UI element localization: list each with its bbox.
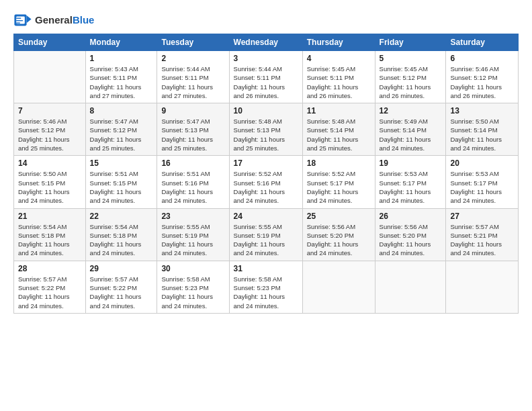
day-info: Sunrise: 5:47 AMSunset: 5:12 PMDaylight:… [90, 117, 153, 152]
calendar-day-cell: 19Sunrise: 5:53 AMSunset: 5:17 PMDayligh… [375, 156, 446, 208]
calendar-day-cell: 1Sunrise: 5:43 AMSunset: 5:11 PMDaylight… [85, 51, 157, 103]
weekday-header-cell: Saturday [446, 34, 519, 51]
day-info: Sunrise: 5:56 AMSunset: 5:20 PMDaylight:… [380, 222, 442, 258]
calendar-table: SundayMondayTuesdayWednesdayThursdayFrid… [13, 34, 519, 314]
day-info: Sunrise: 5:48 AMSunset: 5:14 PMDaylight:… [307, 117, 371, 152]
calendar-week-row: 21Sunrise: 5:54 AMSunset: 5:18 PMDayligh… [14, 208, 519, 261]
day-info: Sunrise: 5:54 AMSunset: 5:18 PMDaylight:… [90, 222, 153, 258]
day-info: Sunrise: 5:52 AMSunset: 5:16 PMDaylight:… [234, 169, 298, 205]
day-info: Sunrise: 5:56 AMSunset: 5:20 PMDaylight:… [307, 222, 371, 258]
day-info: Sunrise: 5:52 AMSunset: 5:17 PMDaylight:… [307, 169, 371, 205]
calendar-day-cell [375, 261, 446, 313]
day-number: 8 [90, 106, 153, 116]
day-number: 2 [161, 54, 224, 63]
calendar-day-cell: 21Sunrise: 5:54 AMSunset: 5:18 PMDayligh… [14, 208, 86, 261]
day-number: 14 [18, 158, 81, 168]
day-number: 21 [18, 212, 81, 221]
calendar-day-cell: 2Sunrise: 5:44 AMSunset: 5:11 PMDaylight… [157, 51, 229, 103]
calendar-day-cell: 26Sunrise: 5:56 AMSunset: 5:20 PMDayligh… [375, 208, 446, 261]
day-info: Sunrise: 5:44 AMSunset: 5:11 PMDaylight:… [161, 64, 224, 100]
calendar-day-cell: 27Sunrise: 5:57 AMSunset: 5:21 PMDayligh… [446, 208, 519, 261]
calendar-day-cell: 6Sunrise: 5:46 AMSunset: 5:12 PMDaylight… [446, 51, 519, 103]
day-number: 25 [307, 212, 371, 221]
page-container: GeneralBlue SundayMondayTuesdayWednesday… [0, 0, 532, 320]
weekday-header-row: SundayMondayTuesdayWednesdayThursdayFrid… [14, 34, 519, 51]
day-info: Sunrise: 5:57 AMSunset: 5:22 PMDaylight:… [90, 275, 153, 310]
day-number: 20 [450, 158, 514, 168]
day-info: Sunrise: 5:43 AMSunset: 5:11 PMDaylight:… [90, 64, 153, 100]
calendar-week-row: 7Sunrise: 5:46 AMSunset: 5:12 PMDaylight… [14, 103, 519, 156]
svg-rect-5 [16, 23, 20, 24]
calendar-day-cell: 8Sunrise: 5:47 AMSunset: 5:12 PMDaylight… [85, 103, 157, 156]
calendar-day-cell: 24Sunrise: 5:55 AMSunset: 5:19 PMDayligh… [229, 208, 302, 261]
day-number: 24 [234, 212, 298, 221]
calendar-day-cell: 28Sunrise: 5:57 AMSunset: 5:22 PMDayligh… [14, 261, 86, 313]
calendar-day-cell: 31Sunrise: 5:58 AMSunset: 5:23 PMDayligh… [229, 261, 302, 313]
calendar-day-cell: 16Sunrise: 5:51 AMSunset: 5:16 PMDayligh… [157, 156, 229, 208]
day-info: Sunrise: 5:50 AMSunset: 5:14 PMDaylight:… [450, 117, 514, 152]
calendar-day-cell: 12Sunrise: 5:49 AMSunset: 5:14 PMDayligh… [375, 103, 446, 156]
day-number: 26 [380, 212, 442, 221]
day-info: Sunrise: 5:48 AMSunset: 5:13 PMDaylight:… [234, 117, 298, 152]
day-info: Sunrise: 5:57 AMSunset: 5:22 PMDaylight:… [18, 275, 81, 310]
calendar-body: 1Sunrise: 5:43 AMSunset: 5:11 PMDaylight… [14, 51, 519, 314]
day-number: 16 [161, 158, 224, 168]
day-number: 30 [161, 264, 224, 273]
day-number: 23 [161, 212, 224, 221]
calendar-day-cell: 11Sunrise: 5:48 AMSunset: 5:14 PMDayligh… [302, 103, 375, 156]
logo: GeneralBlue [13, 11, 94, 30]
calendar-day-cell: 18Sunrise: 5:52 AMSunset: 5:17 PMDayligh… [302, 156, 375, 208]
day-info: Sunrise: 5:50 AMSunset: 5:15 PMDaylight:… [18, 169, 81, 205]
calendar-day-cell: 15Sunrise: 5:51 AMSunset: 5:15 PMDayligh… [85, 156, 157, 208]
day-info: Sunrise: 5:46 AMSunset: 5:12 PMDaylight:… [450, 64, 514, 100]
day-info: Sunrise: 5:58 AMSunset: 5:23 PMDaylight:… [161, 275, 224, 310]
day-number: 28 [18, 264, 81, 273]
day-number: 17 [234, 158, 298, 168]
day-info: Sunrise: 5:49 AMSunset: 5:14 PMDaylight:… [380, 117, 442, 152]
day-info: Sunrise: 5:53 AMSunset: 5:17 PMDaylight:… [450, 169, 514, 205]
day-info: Sunrise: 5:51 AMSunset: 5:15 PMDaylight:… [90, 169, 153, 205]
weekday-header-cell: Friday [375, 34, 446, 51]
calendar-day-cell: 29Sunrise: 5:57 AMSunset: 5:22 PMDayligh… [85, 261, 157, 313]
weekday-header-cell: Sunday [14, 34, 86, 51]
day-info: Sunrise: 5:51 AMSunset: 5:16 PMDaylight:… [161, 169, 224, 205]
day-number: 9 [161, 106, 224, 116]
calendar-day-cell: 22Sunrise: 5:54 AMSunset: 5:18 PMDayligh… [85, 208, 157, 261]
svg-marker-2 [27, 15, 32, 23]
calendar-day-cell [302, 261, 375, 313]
calendar-day-cell: 13Sunrise: 5:50 AMSunset: 5:14 PMDayligh… [446, 103, 519, 156]
day-number: 7 [18, 106, 81, 116]
weekday-header-cell: Monday [85, 34, 157, 51]
day-number: 31 [234, 264, 298, 273]
day-number: 15 [90, 158, 153, 168]
calendar-day-cell: 25Sunrise: 5:56 AMSunset: 5:20 PMDayligh… [302, 208, 375, 261]
header: GeneralBlue [13, 11, 519, 30]
calendar-day-cell: 14Sunrise: 5:50 AMSunset: 5:15 PMDayligh… [14, 156, 86, 208]
weekday-header-cell: Tuesday [157, 34, 229, 51]
day-info: Sunrise: 5:53 AMSunset: 5:17 PMDaylight:… [380, 169, 442, 205]
calendar-day-cell [446, 261, 519, 313]
day-number: 18 [307, 158, 371, 168]
day-number: 29 [90, 264, 153, 273]
day-info: Sunrise: 5:46 AMSunset: 5:12 PMDaylight:… [18, 117, 81, 152]
day-number: 12 [380, 106, 442, 116]
logo-icon [13, 11, 32, 30]
day-number: 27 [450, 212, 514, 221]
day-info: Sunrise: 5:55 AMSunset: 5:19 PMDaylight:… [161, 222, 224, 258]
day-info: Sunrise: 5:45 AMSunset: 5:11 PMDaylight:… [307, 64, 371, 100]
calendar-day-cell: 10Sunrise: 5:48 AMSunset: 5:13 PMDayligh… [229, 103, 302, 156]
calendar-day-cell: 7Sunrise: 5:46 AMSunset: 5:12 PMDaylight… [14, 103, 86, 156]
calendar-day-cell: 5Sunrise: 5:45 AMSunset: 5:12 PMDaylight… [375, 51, 446, 103]
day-number: 22 [90, 212, 153, 221]
day-info: Sunrise: 5:57 AMSunset: 5:21 PMDaylight:… [450, 222, 514, 258]
day-number: 10 [234, 106, 298, 116]
day-info: Sunrise: 5:54 AMSunset: 5:18 PMDaylight:… [18, 222, 81, 258]
day-number: 1 [90, 54, 153, 63]
day-number: 5 [380, 54, 442, 63]
svg-rect-4 [16, 20, 23, 21]
day-info: Sunrise: 5:58 AMSunset: 5:23 PMDaylight:… [234, 275, 298, 310]
weekday-header-cell: Wednesday [229, 34, 302, 51]
day-info: Sunrise: 5:55 AMSunset: 5:19 PMDaylight:… [234, 222, 298, 258]
calendar-week-row: 1Sunrise: 5:43 AMSunset: 5:11 PMDaylight… [14, 51, 519, 103]
day-number: 11 [307, 106, 371, 116]
